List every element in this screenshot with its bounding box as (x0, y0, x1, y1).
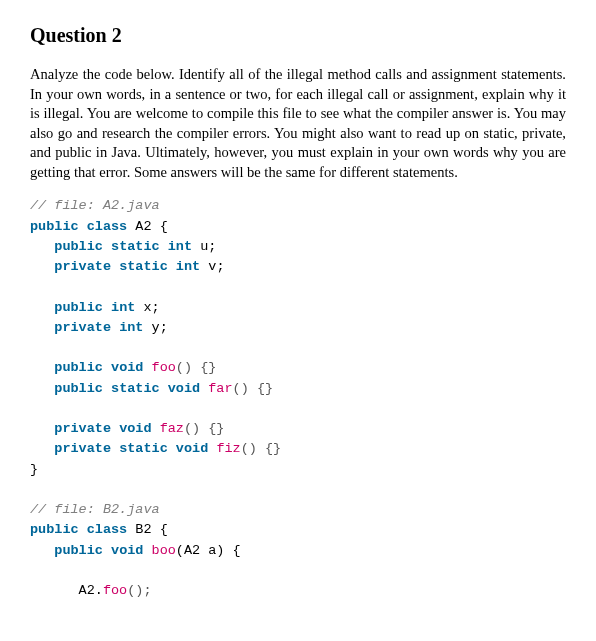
code-keyword: int (176, 259, 200, 274)
code-keyword: static (119, 441, 168, 456)
code-punct: () {} (241, 441, 282, 456)
code-keyword: public (30, 219, 79, 234)
code-ident: A2 { (135, 219, 167, 234)
code-keyword: int (119, 320, 143, 335)
code-method: far (208, 381, 232, 396)
code-ident: x; (143, 300, 159, 315)
code-ident: A2. (79, 583, 103, 598)
code-keyword: static (111, 239, 160, 254)
code-punct: } (30, 462, 38, 477)
code-keyword: public (54, 239, 103, 254)
code-keyword: class (87, 219, 128, 234)
code-punct: () {} (233, 381, 274, 396)
code-keyword: void (111, 360, 143, 375)
code-punct: (A2 a) { (176, 543, 241, 558)
code-keyword: public (54, 300, 103, 315)
code-keyword: static (119, 259, 168, 274)
code-keyword: int (168, 239, 192, 254)
page: Question 2 Analyze the code below. Ident… (0, 0, 596, 641)
code-punct: (); (127, 583, 151, 598)
code-keyword: private (54, 320, 111, 335)
code-method: foo (152, 360, 176, 375)
code-ident: y; (152, 320, 168, 335)
code-method: fiz (216, 441, 240, 456)
code-method: boo (152, 543, 176, 558)
code-keyword: public (54, 381, 103, 396)
question-heading: Question 2 (30, 24, 566, 47)
code-method: faz (160, 421, 184, 436)
code-keyword: void (176, 441, 208, 456)
code-comment: // file: A2.java (30, 198, 160, 213)
code-keyword: private (54, 259, 111, 274)
code-comment: // file: B2.java (30, 502, 160, 517)
code-keyword: void (111, 543, 143, 558)
code-ident: B2 { (135, 522, 167, 537)
code-ident: v; (208, 259, 224, 274)
code-ident: u; (200, 239, 216, 254)
code-block: // file: A2.java public class A2 { publi… (30, 196, 566, 641)
code-method: foo (103, 583, 127, 598)
code-keyword: private (54, 441, 111, 456)
question-paragraph: Analyze the code below. Identify all of … (30, 65, 566, 182)
code-punct: () {} (184, 421, 225, 436)
code-keyword: static (111, 381, 160, 396)
code-keyword: class (87, 522, 128, 537)
code-keyword: int (111, 300, 135, 315)
code-keyword: void (168, 381, 200, 396)
code-keyword: public (54, 543, 103, 558)
code-keyword: public (54, 360, 103, 375)
code-punct: () {} (176, 360, 217, 375)
code-keyword: public (30, 522, 79, 537)
code-keyword: void (119, 421, 151, 436)
code-keyword: private (54, 421, 111, 436)
